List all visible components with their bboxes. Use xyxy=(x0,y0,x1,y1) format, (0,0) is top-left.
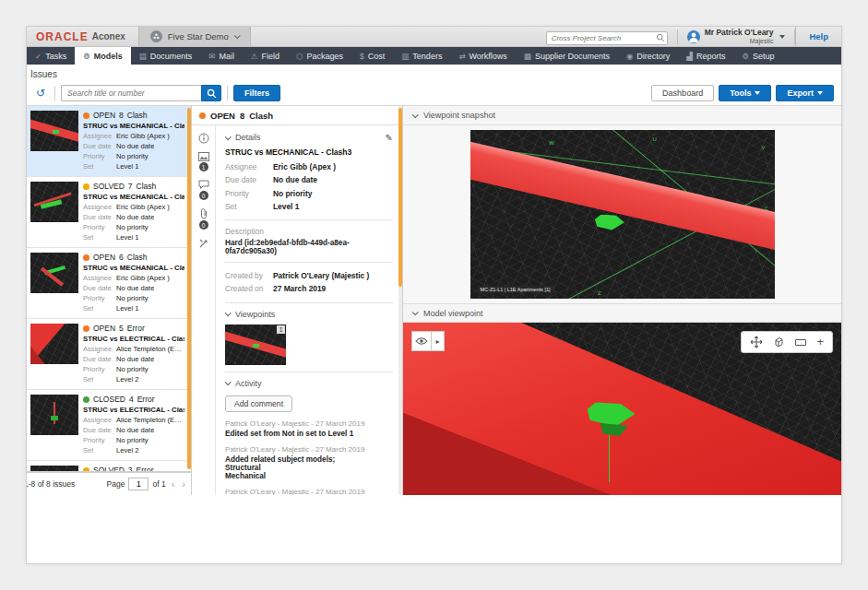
pan-icon[interactable] xyxy=(750,336,763,348)
tab-cost[interactable]: $Cost xyxy=(351,47,393,65)
model-viewpoint-header[interactable]: Model viewpoint xyxy=(403,303,841,323)
cross-project-search-input[interactable] xyxy=(546,31,668,45)
field-label: Assignee xyxy=(83,344,116,354)
activity-meta: Patrick O'Leary - Majestic - 27 March 20… xyxy=(225,445,393,454)
section-cube-icon[interactable] xyxy=(773,336,785,348)
field-label: Due date xyxy=(83,141,116,151)
issue-list-item-6[interactable]: OPEN6Clash STRUC vs MECHANICAL - Clash1 … xyxy=(27,248,191,319)
issue-thumbnail xyxy=(30,395,78,435)
viewpoints-image-icon[interactable]: 1 xyxy=(198,152,209,171)
issue-number: 4 xyxy=(129,395,134,404)
activity-text: Edited set from Not in set to Level 1 xyxy=(225,430,393,438)
viewer-panel: Viewpoint snapshot W U Z C V MC-Z1-L1 | … xyxy=(403,106,841,495)
field-value: No due date xyxy=(116,425,154,435)
tab-models[interactable]: ⚙Models xyxy=(75,47,131,65)
issue-list-item-8[interactable]: OPEN8Clash STRUC vs MECHANICAL - Clash3 … xyxy=(27,106,191,177)
tab-label: Setup xyxy=(753,52,775,61)
issue-list-item-7[interactable]: SOLVED7Clash STRUC vs MECHANICAL - Clash… xyxy=(27,177,191,248)
tab-tenders[interactable]: ▥Tenders xyxy=(393,47,450,65)
comments-icon[interactable]: 0 xyxy=(198,180,209,200)
detail-scrollbar[interactable] xyxy=(398,106,402,495)
viewpoint-snapshot-header[interactable]: Viewpoint snapshot xyxy=(403,106,841,125)
viewpoints-section-toggle[interactable]: Viewpoints xyxy=(225,310,393,319)
status-dot xyxy=(83,112,89,119)
workflows-icon: ⇄ xyxy=(458,52,465,61)
tab-directory[interactable]: ◉Directory xyxy=(618,47,678,65)
tab-field[interactable]: ⚠Field xyxy=(243,47,288,65)
tab-reports[interactable]: ▟Reports xyxy=(678,47,733,65)
activity-text: Added related subject models; Structural… xyxy=(225,455,393,480)
viewer-left-toolbar: ▸ xyxy=(411,331,445,351)
tab-setup[interactable]: ⚙Setup xyxy=(733,47,782,65)
issue-search-input[interactable] xyxy=(61,85,201,101)
issue-list-item-5[interactable]: OPEN5Error STRUC vs ELECTRICAL - Clash4 … xyxy=(27,319,191,390)
edit-pencil-icon[interactable]: ✎ xyxy=(386,133,393,143)
user-menu[interactable]: Mr Patrick O'Leary Majestic xyxy=(678,29,795,44)
comments-count-badge: 0 xyxy=(199,191,208,200)
main-nav: ✓Tasks ⚙Models ▤Documents ✉Mail ⚠Field ⬡… xyxy=(27,47,841,65)
filters-button[interactable]: Filters xyxy=(233,85,280,101)
related-models-icon[interactable] xyxy=(198,238,209,249)
field-label: Set xyxy=(83,232,116,242)
activity-entry: Patrick O'Leary - Majestic - 27 March 20… xyxy=(225,419,393,438)
field-label: Assignee xyxy=(83,273,116,283)
issue-thumbnail xyxy=(30,324,78,364)
add-comment-button[interactable]: Add comment xyxy=(225,395,292,412)
field-value: Level 1 xyxy=(116,232,139,242)
zoom-window-icon[interactable] xyxy=(795,339,806,346)
tools-label: Tools xyxy=(730,88,751,98)
page-label: Page xyxy=(107,479,125,489)
issue-search xyxy=(61,85,221,101)
status-dot xyxy=(83,183,89,190)
attachments-paperclip-icon[interactable]: 0 xyxy=(199,208,208,230)
tab-workflows[interactable]: ⇄Workflows xyxy=(450,47,515,65)
detail-icon-rail: 1 0 0 xyxy=(192,125,216,495)
cross-project-search xyxy=(546,28,668,45)
field-value: No due date xyxy=(116,212,154,222)
zoom-in-icon[interactable]: + xyxy=(816,337,824,347)
documents-icon: ▤ xyxy=(139,52,147,61)
field-label: Set xyxy=(83,161,116,171)
visibility-eye-icon[interactable] xyxy=(411,331,432,351)
issue-search-button[interactable] xyxy=(201,85,221,101)
viewpoints-count-badge: 1 xyxy=(199,162,208,171)
model-viewport[interactable]: ▸ + xyxy=(403,323,841,495)
next-page-icon[interactable]: › xyxy=(180,478,187,490)
chevron-down-icon xyxy=(233,32,240,39)
details-section-toggle[interactable]: Details xyxy=(225,133,393,142)
tools-button[interactable]: Tools xyxy=(719,85,771,101)
field-value: Level 1 xyxy=(116,161,139,171)
issue-number: 8 xyxy=(119,111,124,120)
viewpoint-snapshot-label: Viewpoint snapshot xyxy=(423,111,495,120)
field-value: No priority xyxy=(273,187,312,200)
tab-supplier-documents[interactable]: ▦Supplier Documents xyxy=(516,47,618,65)
tab-label: Packages xyxy=(307,52,344,61)
field-value: No priority xyxy=(116,151,149,161)
field-label: Created on xyxy=(225,282,273,295)
tab-packages[interactable]: ⬡Packages xyxy=(288,47,351,65)
field-value: No due date xyxy=(116,141,154,151)
expand-arrow-icon[interactable]: ▸ xyxy=(432,331,445,351)
prev-page-icon[interactable]: ‹ xyxy=(170,478,177,490)
issue-list-item-3[interactable]: SOLVED3Error STRUC vs ELECTRICAL - Clash… xyxy=(27,461,191,471)
page-input[interactable] xyxy=(128,478,149,490)
status-dot xyxy=(83,396,89,403)
project-selector[interactable]: Five Star Demo xyxy=(138,27,251,46)
tab-mail[interactable]: ✉Mail xyxy=(200,47,243,65)
viewpoint-thumbnail[interactable]: 1 xyxy=(225,324,286,365)
tab-tasks[interactable]: ✓Tasks xyxy=(27,47,75,65)
issue-list-scrollbar[interactable] xyxy=(187,108,191,469)
export-button[interactable]: Export xyxy=(776,85,834,101)
tab-documents[interactable]: ▤Documents xyxy=(131,47,201,65)
dashboard-button[interactable]: Dashboard xyxy=(651,85,714,101)
page-title: Issues xyxy=(27,65,841,81)
issue-thumbnail xyxy=(30,182,78,222)
issue-list-item-4[interactable]: CLOSED4Error STRUC vs ELECTRICAL - Clash… xyxy=(27,390,191,461)
issue-title: STRUC vs MECHANICAL - Clash2 xyxy=(83,193,184,201)
info-icon[interactable] xyxy=(198,133,209,144)
issue-list: OPEN8Clash STRUC vs MECHANICAL - Clash3 … xyxy=(27,106,191,471)
activity-section-toggle[interactable]: Activity xyxy=(225,379,393,388)
refresh-icon[interactable]: ↺ xyxy=(36,87,45,100)
help-link[interactable]: Help xyxy=(795,27,841,46)
divider xyxy=(225,219,393,220)
